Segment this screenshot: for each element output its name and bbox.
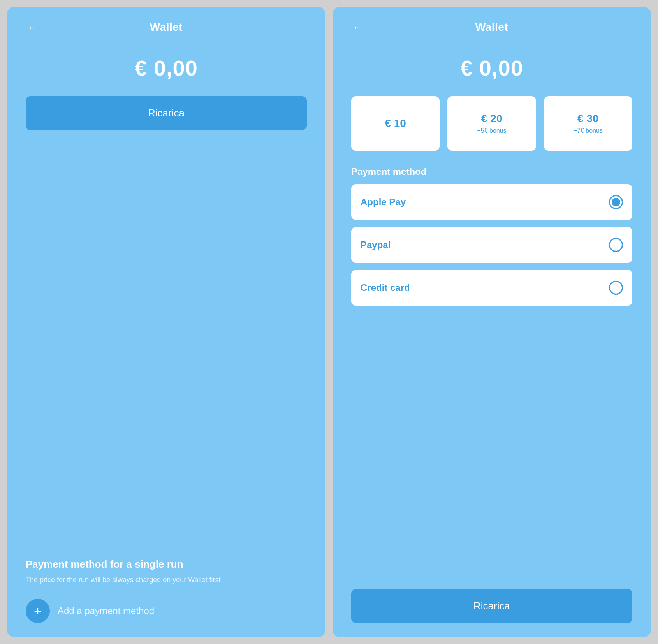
payment-option-applepay-label: Apple Pay: [361, 197, 406, 208]
amount-card-20-value: € 20: [481, 113, 503, 125]
payment-radio-paypal[interactable]: [609, 238, 623, 252]
amount-card-20-bonus: +5€ bonus: [477, 127, 506, 134]
add-payment-icon: +: [26, 599, 50, 623]
radio-inner-applepay: [612, 198, 620, 206]
amount-card-30[interactable]: € 30 +7€ bonus: [544, 96, 632, 151]
screen2-recharge-button[interactable]: Ricarica: [351, 589, 632, 623]
payment-method-title: Payment method: [351, 166, 632, 177]
payment-section-title: Payment method for a single run: [26, 558, 307, 570]
amount-card-10[interactable]: € 10: [351, 96, 440, 151]
add-payment-row[interactable]: + Add a payment method: [26, 599, 307, 623]
amount-card-30-value: € 30: [577, 113, 599, 125]
amount-card-10-value: € 10: [385, 117, 406, 130]
screen2-balance: € 0,00: [351, 55, 632, 81]
payment-radio-creditcard[interactable]: [609, 281, 623, 295]
payment-option-paypal[interactable]: Paypal: [351, 227, 632, 263]
amount-card-30-bonus: +7€ bonus: [574, 127, 603, 134]
payment-method-section: Payment method for a single run The pric…: [26, 543, 307, 623]
screen1-header: ← Wallet: [26, 21, 307, 33]
payment-option-paypal-label: Paypal: [361, 239, 391, 250]
add-payment-label: Add a payment method: [58, 605, 154, 616]
amount-cards-row: € 10 € 20 +5€ bonus € 30 +7€ bonus: [351, 96, 632, 151]
screen2-header: ← Wallet: [351, 21, 632, 33]
screen1-back-button[interactable]: ←: [26, 20, 39, 35]
payment-section-description: The price for the run will be always cha…: [26, 575, 307, 585]
payment-method-section2: Payment method Apple Pay Paypal Credit c…: [351, 166, 632, 313]
app-container: ← Wallet € 0,00 Ricarica Payment method …: [0, 0, 658, 644]
screen1-recharge-button[interactable]: Ricarica: [26, 96, 307, 130]
payment-option-creditcard[interactable]: Credit card: [351, 270, 632, 306]
screen-wallet-recharge: ← Wallet € 0,00 € 10 € 20 +5€ bonus € 30…: [333, 7, 651, 637]
screen2-title: Wallet: [475, 21, 508, 33]
amount-card-20[interactable]: € 20 +5€ bonus: [447, 96, 536, 151]
payment-radio-applepay[interactable]: [609, 195, 623, 209]
screen1-balance: € 0,00: [26, 55, 307, 81]
payment-option-applepay[interactable]: Apple Pay: [351, 184, 632, 220]
screen2-back-button[interactable]: ←: [351, 20, 364, 35]
payment-option-creditcard-label: Credit card: [361, 282, 410, 293]
screen1-title: Wallet: [150, 21, 183, 33]
screen-wallet-main: ← Wallet € 0,00 Ricarica Payment method …: [7, 7, 325, 637]
